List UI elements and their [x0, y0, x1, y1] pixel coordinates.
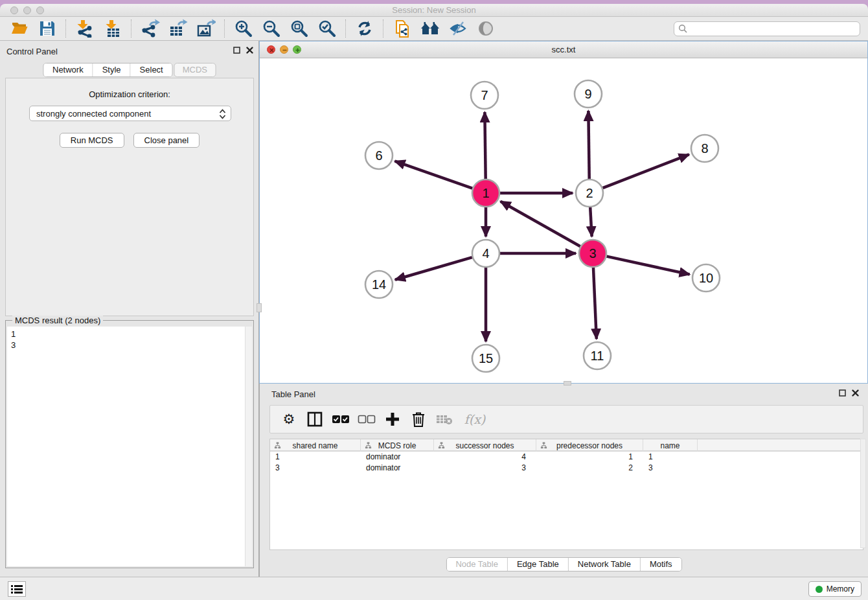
delete-table-icon[interactable]: [435, 410, 454, 429]
deselect-all-icon[interactable]: [357, 410, 376, 429]
column-header-predecessor-nodes[interactable]: predecessor nodes: [536, 439, 643, 452]
result-scrollbar[interactable]: [245, 327, 252, 566]
tab-edge-table[interactable]: Edge Table: [508, 558, 569, 571]
table-cell[interactable]: dominator: [361, 463, 434, 474]
tab-network-table[interactable]: Network Table: [569, 558, 641, 571]
table-cell[interactable]: 1: [270, 452, 361, 463]
table-cell[interactable]: 2: [536, 463, 643, 474]
export-table-icon[interactable]: [168, 19, 188, 39]
edge-1-6[interactable]: [395, 161, 473, 189]
split-pane-grip-vertical[interactable]: [257, 303, 262, 312]
export-image-icon[interactable]: [196, 19, 216, 39]
optimization-criterion-label: Optimization criterion:: [6, 89, 253, 99]
table-cell[interactable]: 4: [434, 452, 536, 463]
result-item[interactable]: 3: [11, 340, 252, 351]
graph-node-3[interactable]: 3: [579, 240, 606, 267]
table-row[interactable]: 3dominator323: [270, 463, 863, 474]
graph-node-1[interactable]: 1: [472, 179, 499, 207]
column-header-successor-nodes[interactable]: successor nodes: [434, 439, 536, 452]
clone-network-icon[interactable]: [392, 19, 412, 39]
mcds-result-list[interactable]: 13: [7, 327, 252, 566]
graph-node-15[interactable]: 15: [472, 345, 499, 372]
tab-motifs[interactable]: Motifs: [641, 558, 681, 571]
select-all-icon[interactable]: [331, 410, 350, 429]
toolbar-separator: [224, 19, 225, 38]
list-icon: [11, 584, 23, 594]
table-toolbar: ⚙ f(x): [269, 405, 863, 433]
table-cell[interactable]: 1: [536, 452, 643, 463]
float-table-panel-icon[interactable]: [839, 389, 846, 397]
graph-node-8[interactable]: 8: [691, 135, 718, 162]
zoom-selected-icon[interactable]: [317, 19, 337, 39]
graph-node-4[interactable]: 4: [472, 240, 499, 267]
table-cell[interactable]: 3: [270, 463, 361, 474]
column-header-name[interactable]: name: [643, 439, 698, 452]
close-panel-icon[interactable]: [246, 47, 253, 54]
network-window-titlebar[interactable]: scc.txt: [260, 41, 867, 58]
columns-icon[interactable]: [305, 410, 325, 429]
mcds-result-title: MCDS result (2 nodes): [12, 316, 103, 325]
edge-2-3[interactable]: [590, 207, 591, 237]
task-history-button[interactable]: [8, 581, 26, 597]
split-pane-grip[interactable]: [564, 381, 571, 386]
dropdown-stepper-icon: [218, 108, 227, 122]
tab-mcds[interactable]: MCDS: [174, 63, 216, 77]
graph-node-11[interactable]: 11: [584, 342, 611, 369]
import-table-icon[interactable]: [102, 19, 122, 39]
criterion-dropdown[interactable]: strongly connected component: [29, 106, 231, 121]
table-scrollbar[interactable]: [860, 439, 866, 548]
edge-3-1[interactable]: [501, 202, 580, 246]
import-network-icon[interactable]: [74, 19, 95, 39]
zoom-fit-icon[interactable]: [289, 19, 309, 39]
save-icon[interactable]: [37, 19, 57, 39]
search-input[interactable]: [688, 25, 860, 34]
graph-node-9[interactable]: 9: [575, 80, 602, 108]
eye-slash-icon[interactable]: [448, 19, 468, 39]
run-mcds-button[interactable]: Run MCDS: [60, 133, 124, 148]
eye-disabled-icon[interactable]: [475, 19, 496, 39]
add-icon[interactable]: [383, 410, 402, 429]
edge-2-8[interactable]: [603, 154, 689, 188]
table-cell[interactable]: 1: [643, 452, 698, 463]
zoom-out-icon[interactable]: [261, 19, 281, 39]
toolbar-separator: [65, 19, 66, 38]
edge-1-7[interactable]: [485, 112, 485, 179]
tab-node-table[interactable]: Node Table: [446, 558, 508, 571]
gear-icon[interactable]: ⚙: [279, 410, 299, 429]
table-cell[interactable]: 3: [643, 463, 698, 474]
open-folder-icon[interactable]: [9, 19, 29, 39]
edge-3-11[interactable]: [593, 268, 597, 339]
tab-style[interactable]: Style: [93, 63, 131, 76]
tab-select[interactable]: Select: [131, 63, 172, 76]
graph-node-7[interactable]: 7: [471, 82, 498, 109]
graph-node-14[interactable]: 14: [365, 271, 393, 298]
function-icon[interactable]: f(x): [461, 410, 489, 429]
table-cell[interactable]: 3: [434, 463, 536, 474]
refresh-icon[interactable]: [354, 19, 374, 39]
tab-network[interactable]: Network: [43, 63, 93, 76]
graph-node-10[interactable]: 10: [692, 264, 720, 292]
edge-3-10[interactable]: [606, 257, 689, 275]
close-panel-button[interactable]: Close panel: [133, 133, 200, 148]
graph-node-2[interactable]: 2: [576, 179, 603, 207]
svg-text:3: 3: [589, 246, 596, 260]
search-box[interactable]: [674, 21, 860, 36]
criterion-value: strongly connected component: [36, 109, 151, 119]
memory-button[interactable]: Memory: [808, 581, 862, 597]
zoom-in-icon[interactable]: [233, 19, 253, 39]
export-network-icon[interactable]: [140, 19, 160, 39]
homes-icon[interactable]: [420, 19, 440, 39]
delete-icon[interactable]: [409, 410, 428, 429]
table-cell[interactable]: dominator: [361, 452, 434, 463]
close-table-panel-icon[interactable]: [852, 389, 859, 397]
status-bar: Memory: [0, 577, 868, 600]
graph-node-6[interactable]: 6: [365, 142, 393, 169]
edge-2-9[interactable]: [588, 111, 589, 179]
result-item[interactable]: 1: [11, 329, 252, 340]
edge-4-14[interactable]: [395, 257, 472, 280]
table-row[interactable]: 1dominator411: [270, 452, 863, 463]
network-canvas[interactable]: 1234678910111415: [260, 58, 867, 383]
column-header-MCDS-role[interactable]: MCDS role: [361, 439, 434, 452]
column-header-shared-name[interactable]: shared name: [270, 439, 361, 452]
float-panel-icon[interactable]: [233, 47, 240, 54]
